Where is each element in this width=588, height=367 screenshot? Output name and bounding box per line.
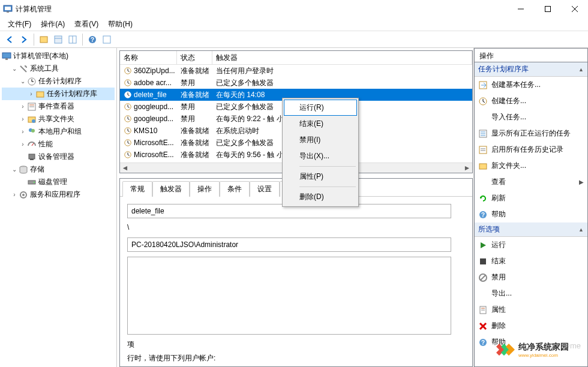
tree-performance[interactable]: › 性能 [2,138,115,151]
collapse-icon[interactable]: ⌄ [10,166,19,173]
cell-status: 准备就绪 [177,65,212,77]
tree-label: 共享文件夹 [38,114,74,124]
expand-icon[interactable]: › [19,141,27,148]
tree-label: 计算机管理(本地) [13,51,68,61]
tree-device-manager[interactable]: 设备管理器 [2,151,115,163]
col-status[interactable]: 状态 [177,51,212,64]
tree-system-tools[interactable]: ⌄ 系统工具 [2,62,115,75]
action-end[interactable]: 结束 [475,253,587,269]
context-delete[interactable]: 删除(D) [284,189,357,205]
disable-icon [478,273,488,282]
expand-icon[interactable]: › [19,103,27,110]
action-label: 显示所有正在运行的任务 [491,128,571,139]
minimize-button[interactable] [507,0,534,18]
maximize-button[interactable] [534,0,561,18]
tree-local-users[interactable]: › 本地用户和组 [2,125,115,138]
table-row[interactable]: adobe acr...禁用已定义多个触发器 [120,77,472,89]
tab-settings[interactable]: 设置 [250,181,280,197]
toolbar-separator [34,34,34,46]
tree-root[interactable]: 计算机管理(本地) [2,50,115,62]
tab-actions[interactable]: 操作 [190,181,220,197]
menu-action[interactable]: 操作(A) [36,17,70,31]
menu-view[interactable]: 查看(V) [70,17,103,31]
action-run[interactable]: 运行 [475,237,587,253]
menu-help[interactable]: 帮助(H) [103,17,137,31]
tab-triggers[interactable]: 触发器 [152,181,190,197]
svg-rect-4 [545,7,550,12]
action-enable-history[interactable]: 启用所有任务历史记录 [475,142,587,158]
help-button[interactable]: ? [86,33,99,46]
scroll-left-icon[interactable]: ◄ [120,163,130,173]
tree-event-viewer[interactable]: › 事件查看器 [2,100,115,113]
expand-icon[interactable]: › [19,116,27,122]
action-label: 禁用 [491,272,506,282]
clock-icon [124,67,132,75]
computer-icon [2,52,11,61]
action-help[interactable]: ?帮助 [475,206,587,222]
clock-icon [27,77,37,86]
tree-storage[interactable]: ⌄ 存储 [2,163,115,176]
action-show-running[interactable]: 显示所有正在运行的任务 [475,125,587,142]
toolbar-btn-1[interactable] [37,33,50,46]
expand-icon[interactable]: › [19,128,27,135]
clock-icon [124,91,132,99]
collapse-icon[interactable]: ▲ [578,227,584,233]
toolbar-btn-3[interactable] [66,33,79,46]
col-trigger[interactable]: 触发器 [212,51,472,64]
tree-disk-management[interactable]: 磁盘管理 [2,176,115,188]
cell-trigger: 当任何用户登录时 [212,65,472,77]
menu-separator [299,186,356,187]
context-disable[interactable]: 禁用(I) [284,132,357,148]
tree-shared-folders[interactable]: › 共享文件夹 [2,113,115,125]
action-create-basic-task[interactable]: 创建基本任务... [475,77,587,93]
action-properties[interactable]: 属性 [475,302,587,318]
tree-task-scheduler-library[interactable]: › 任务计划程序库 [2,88,115,100]
tree-label: 存储 [30,164,44,175]
section-title: 所选项 [478,224,500,234]
navigation-tree[interactable]: 计算机管理(本地) ⌄ 系统工具 ⌄ 任务计划程序 › 任务计划程序库 › 事件… [0,48,117,367]
context-properties[interactable]: 属性(P) [284,169,357,185]
toolbar-btn-2[interactable] [52,33,65,46]
toolbar-btn-4[interactable] [100,33,113,46]
context-end[interactable]: 结束(E) [284,116,357,132]
chevron-right-icon: ▶ [579,179,584,185]
forward-button[interactable] [17,33,31,46]
scroll-right-icon[interactable]: ► [462,163,472,173]
action-export[interactable]: 导出... [475,285,587,302]
svg-rect-8 [55,36,62,43]
action-create-task[interactable]: 创建任务... [475,93,587,109]
action-refresh[interactable]: 刷新 [475,190,587,206]
tree-task-scheduler[interactable]: ⌄ 任务计划程序 [2,75,115,88]
svg-rect-1 [5,7,11,10]
close-button[interactable] [561,0,588,18]
tree-services[interactable]: › 服务和应用程序 [2,188,115,201]
action-label: 导出... [491,288,512,299]
context-run[interactable]: 运行(R) [284,100,357,116]
tab-conditions[interactable]: 条件 [220,181,250,197]
action-view[interactable]: 查看▶ [475,174,587,190]
action-label: 属性 [491,305,506,315]
collapse-icon[interactable]: ⌄ [10,65,19,72]
actions-section-selected: 所选项 ▲ [475,222,587,237]
context-export[interactable]: 导出(X)... [284,148,357,164]
action-delete[interactable]: 删除 [475,318,587,334]
action-disable[interactable]: 禁用 [475,269,587,285]
expand-icon[interactable]: › [27,91,35,97]
cell-status: 禁用 [177,113,212,125]
table-row[interactable]: 360ZipUpd...准备就绪当任何用户登录时 [120,65,472,77]
services-icon [19,190,28,200]
expand-icon[interactable]: › [10,191,19,198]
back-button[interactable] [3,33,16,46]
folder-icon [35,89,45,99]
clock-icon [124,115,132,123]
refresh-icon [478,194,488,203]
menu-file[interactable]: 文件(F) [3,17,36,31]
col-name[interactable]: 名称 [120,51,177,64]
tree-label: 设备管理器 [38,152,74,162]
svg-text:?: ? [481,339,485,346]
action-import-task[interactable]: 导入任务... [475,109,587,125]
tab-general[interactable]: 常规 [122,181,152,197]
collapse-icon[interactable]: ▲ [578,67,584,73]
action-new-folder[interactable]: 新文件夹... [475,158,587,174]
collapse-icon[interactable]: ⌄ [19,78,27,85]
